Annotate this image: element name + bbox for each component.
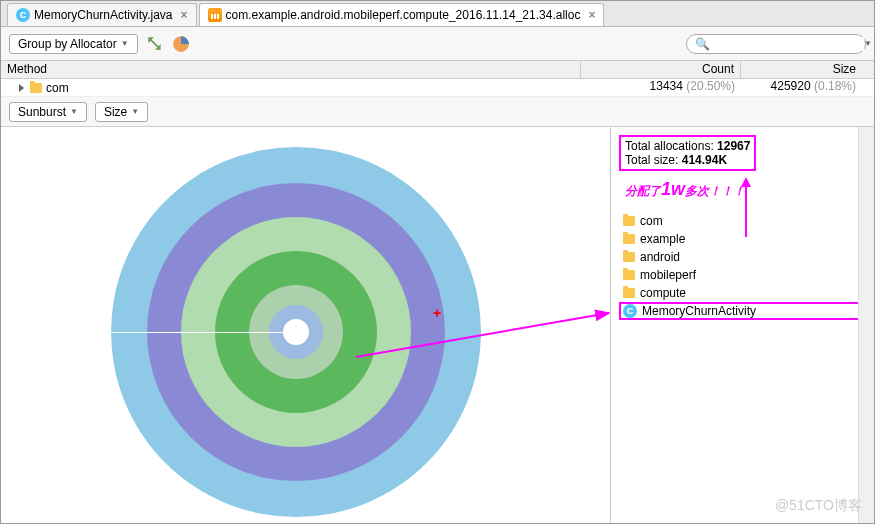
column-method[interactable]: Method <box>1 61 581 78</box>
chevron-down-icon: ▼ <box>70 107 78 116</box>
watermark: @51CTO博客 <box>775 497 862 515</box>
class-icon: C <box>623 304 637 318</box>
class-icon: C <box>16 8 30 22</box>
tab-java-file[interactable]: C MemoryChurnActivity.java × <box>7 3 197 26</box>
details-pane: Total allocations: 12967 Total size: 414… <box>611 127 874 524</box>
search-icon: 🔍 <box>695 37 710 51</box>
chart-toolbar: Sunburst▼ Size▼ <box>1 97 874 127</box>
tab-alloc-file[interactable]: com.example.android.mobileperf.compute_2… <box>199 3 605 26</box>
tree-item-android[interactable]: android <box>619 248 866 266</box>
jump-to-source-icon[interactable] <box>146 35 164 53</box>
chart-pane[interactable]: + <box>1 127 611 524</box>
chart-divider <box>111 332 296 333</box>
package-icon <box>623 288 635 298</box>
crosshair-icon: + <box>433 305 441 321</box>
tree-item-mobileperf[interactable]: mobileperf <box>619 266 866 284</box>
chart-type-dropdown[interactable]: Sunburst▼ <box>9 102 87 122</box>
close-icon[interactable]: × <box>588 8 595 22</box>
table-row[interactable]: com 13434 (20.50%) 425920 (0.18%) <box>1 79 874 97</box>
tree-item-example[interactable]: example <box>619 230 866 248</box>
tab-label: MemoryChurnActivity.java <box>34 8 172 22</box>
package-icon <box>30 83 42 93</box>
search-input[interactable] <box>714 37 864 51</box>
tree-item-compute[interactable]: compute <box>619 284 866 302</box>
package-icon <box>623 252 635 262</box>
main-toolbar: Group by Allocator▼ 🔍 ▼ <box>1 27 874 61</box>
editor-tabs: C MemoryChurnActivity.java × com.example… <box>1 1 874 27</box>
allocation-icon <box>208 8 222 22</box>
column-size[interactable]: Size <box>741 61 874 78</box>
column-count[interactable]: Count <box>581 61 741 78</box>
package-icon <box>623 216 635 226</box>
tree-item-com[interactable]: com <box>619 212 866 230</box>
close-icon[interactable]: × <box>180 8 187 22</box>
package-icon <box>623 270 635 280</box>
package-icon <box>623 234 635 244</box>
chevron-down-icon: ▼ <box>131 107 139 116</box>
scrollbar[interactable] <box>858 127 874 524</box>
tab-label: com.example.android.mobileperf.compute_2… <box>226 8 581 22</box>
table-header: Method Count Size <box>1 61 874 79</box>
metric-dropdown[interactable]: Size▼ <box>95 102 148 122</box>
chevron-down-icon: ▼ <box>121 39 129 48</box>
chevron-down-icon[interactable]: ▼ <box>864 39 872 48</box>
pie-chart-icon[interactable] <box>172 35 190 53</box>
annotation-text: 分配了1w多次！！！ <box>625 179 866 200</box>
expand-icon[interactable] <box>19 84 24 92</box>
search-box[interactable]: 🔍 ▼ <box>686 34 866 54</box>
sunburst-chart[interactable] <box>111 147 481 517</box>
tree-item-activity[interactable]: CMemoryChurnActivity <box>619 302 866 320</box>
group-by-dropdown[interactable]: Group by Allocator▼ <box>9 34 138 54</box>
main-area: + Total allocations: 12967 Total size: 4… <box>1 127 874 524</box>
stats-box: Total allocations: 12967 Total size: 414… <box>619 135 756 171</box>
